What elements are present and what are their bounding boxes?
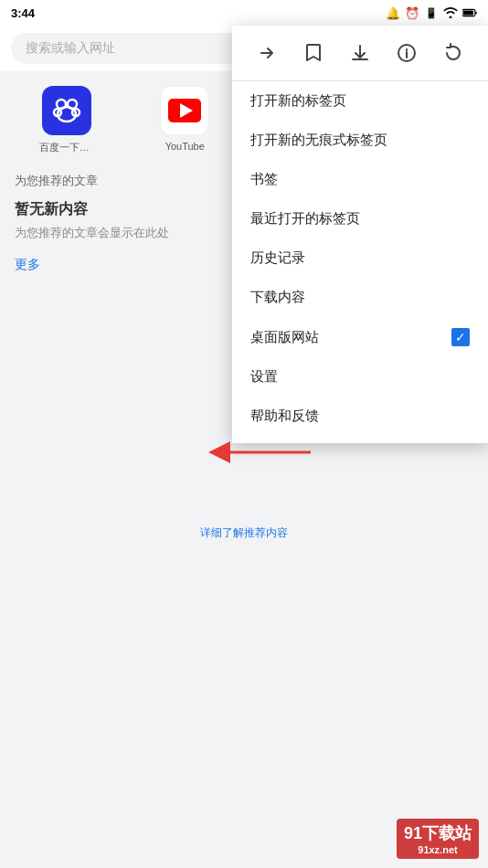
shortcut-youtube[interactable]: YouTube (133, 86, 238, 154)
battery-icon (462, 5, 477, 20)
shortcut-baidu[interactable]: 百度一下，... (15, 86, 119, 154)
time-display: 3:44 (11, 6, 35, 20)
youtube-label: YouTube (165, 141, 205, 152)
address-placeholder: 搜索或输入网址 (26, 40, 115, 57)
phone-icon: 📱 (424, 5, 439, 20)
menu-item-downloads[interactable]: 下载内容 (232, 278, 488, 317)
baidu-label: 百度一下，... (39, 141, 94, 154)
info-icon[interactable] (388, 35, 425, 71)
status-bar: 3:44 🔔 ⏰ 📱 (0, 0, 488, 26)
menu-item-help[interactable]: 帮助和反馈 (232, 397, 488, 436)
yt-play-button (168, 99, 201, 122)
youtube-icon (160, 86, 209, 135)
watermark-url: 91xz.net (418, 844, 457, 855)
menu-item-new-tab[interactable]: 打开新的标签页 (232, 81, 488, 121)
wifi-icon (443, 5, 458, 20)
alarm-icon: ⏰ (405, 5, 419, 20)
more-link[interactable]: 更多 (15, 257, 40, 273)
svg-rect-2 (475, 12, 476, 15)
notification-icon: 🔔 (386, 5, 400, 20)
bookmark-icon[interactable] (295, 35, 332, 71)
download-icon[interactable] (342, 35, 378, 71)
yt-triangle (180, 103, 193, 118)
desktop-site-checkbox[interactable]: ✓ (451, 328, 470, 346)
menu-item-recent-tabs[interactable]: 最近打开的标签页 (232, 199, 488, 238)
details-link[interactable]: 详细了解推荐内容 (15, 525, 473, 541)
watermark-title: 91下载站 (404, 822, 472, 844)
refresh-icon[interactable] (435, 35, 472, 71)
menu-item-desktop-site[interactable]: 桌面版网站 ✓ (232, 317, 488, 357)
forward-icon[interactable] (249, 35, 285, 71)
menu-item-settings[interactable]: 设置 (232, 357, 488, 397)
menu-item-bookmarks[interactable]: 书签 (232, 160, 488, 199)
dropdown-menu: 打开新的标签页 打开新的无痕式标签页 书签 最近打开的标签页 历史记录 下载内容… (232, 26, 488, 443)
watermark: 91下载站 91xz.net (397, 819, 479, 859)
baidu-icon (42, 86, 91, 135)
menu-item-new-incognito[interactable]: 打开新的无痕式标签页 (232, 121, 488, 160)
svg-rect-1 (463, 10, 473, 15)
menu-item-history[interactable]: 历史记录 (232, 238, 488, 278)
menu-toolbar (232, 26, 488, 81)
